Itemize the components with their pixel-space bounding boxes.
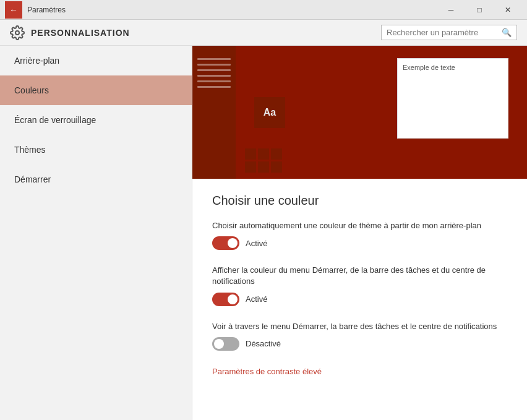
preview-square bbox=[245, 161, 256, 173]
preview-squares bbox=[245, 148, 282, 173]
svg-point-0 bbox=[15, 31, 19, 35]
toggle-label-see-through: Désactivé bbox=[246, 339, 281, 348]
sidebar-item-demarrer[interactable]: Démarrer bbox=[0, 165, 192, 194]
search-box[interactable]: 🔍 bbox=[381, 25, 517, 40]
toggle-knob bbox=[228, 294, 238, 304]
preview-window-title: Exemple de texte bbox=[403, 64, 503, 71]
setting-label-see-through: Voir à travers le menu Démarrer, la barr… bbox=[212, 321, 507, 332]
close-button[interactable]: ✕ bbox=[494, 0, 522, 20]
titlebar: ← Paramètres ─ □ ✕ bbox=[0, 0, 527, 20]
search-input[interactable] bbox=[387, 28, 502, 37]
toggle-label-auto-color: Activé bbox=[246, 239, 267, 248]
toggle-knob bbox=[228, 238, 238, 248]
toggle-show-color[interactable] bbox=[212, 293, 239, 306]
preview-line bbox=[197, 58, 231, 60]
preview-background: Aa Exemple de texte bbox=[192, 46, 527, 179]
color-preview: Aa Exemple de texte bbox=[192, 46, 527, 179]
preview-square bbox=[245, 148, 256, 160]
titlebar-title: Paramètres bbox=[27, 6, 437, 14]
settings-content: Choisir une couleur Choisir automatiquem… bbox=[192, 179, 527, 392]
sidebar-nav: Arrière-plan Couleurs Écran de verrouill… bbox=[0, 46, 192, 420]
sidebar-item-couleurs[interactable]: Couleurs bbox=[0, 75, 192, 105]
left-panel: Arrière-plan Couleurs Écran de verrouill… bbox=[0, 46, 192, 420]
preview-square bbox=[271, 161, 282, 173]
back-icon: ← bbox=[9, 5, 18, 15]
preview-square bbox=[271, 148, 282, 160]
toggle-row-auto-color: Activé bbox=[212, 236, 507, 250]
preview-window: Exemple de texte bbox=[397, 58, 508, 139]
minimize-button[interactable]: ─ bbox=[437, 0, 465, 20]
setting-group-show-color: Afficher la couleur du menu Démarrer, de… bbox=[212, 265, 507, 306]
toggle-label-show-color: Activé bbox=[246, 294, 267, 304]
settings-icon bbox=[10, 25, 25, 40]
setting-group-see-through: Voir à travers le menu Démarrer, la barr… bbox=[212, 321, 507, 351]
window-controls: ─ □ ✕ bbox=[437, 0, 522, 20]
preview-line bbox=[197, 86, 231, 88]
header-bar: PERSONNALISATION 🔍 bbox=[0, 20, 527, 46]
toggle-row-show-color: Activé bbox=[212, 293, 507, 306]
setting-label-auto-color: Choisir automatiquement une couleur de t… bbox=[212, 220, 507, 231]
toggle-see-through[interactable] bbox=[212, 337, 239, 351]
preview-line bbox=[197, 75, 231, 77]
preview-line bbox=[197, 64, 231, 66]
sidebar-item-arriere-plan[interactable]: Arrière-plan bbox=[0, 46, 192, 75]
sidebar-item-ecran-verrouillage[interactable]: Écran de verrouillage bbox=[0, 105, 192, 135]
toggle-row-see-through: Désactivé bbox=[212, 337, 507, 351]
preview-line bbox=[197, 69, 231, 71]
maximize-button[interactable]: □ bbox=[465, 0, 494, 20]
preview-aa-box: Aa bbox=[254, 97, 285, 128]
preview-square bbox=[258, 161, 269, 173]
right-panel: Aa Exemple de texte bbox=[192, 46, 527, 420]
preview-square bbox=[258, 148, 269, 160]
back-button[interactable]: ← bbox=[5, 1, 22, 19]
section-title: Choisir une couleur bbox=[212, 194, 507, 208]
sidebar-item-themes[interactable]: Thèmes bbox=[0, 135, 192, 165]
preview-line bbox=[197, 80, 231, 82]
setting-group-auto-color: Choisir automatiquement une couleur de t… bbox=[212, 220, 507, 250]
search-icon: 🔍 bbox=[502, 28, 512, 37]
preview-sidebar bbox=[192, 46, 236, 179]
toggle-auto-color[interactable] bbox=[212, 236, 239, 250]
setting-label-show-color: Afficher la couleur du menu Démarrer, de… bbox=[212, 265, 507, 287]
toggle-knob bbox=[214, 339, 224, 349]
contrast-link[interactable]: Paramètres de contraste élevé bbox=[212, 367, 322, 376]
page-title: PERSONNALISATION bbox=[31, 28, 381, 38]
